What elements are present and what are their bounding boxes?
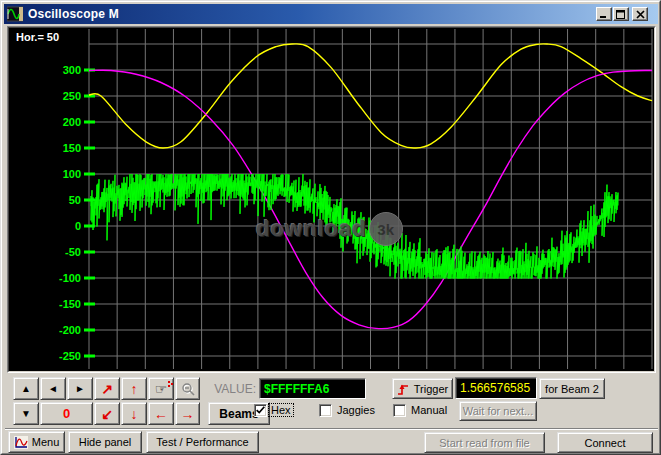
y-axis-tick [84,303,95,306]
value-label: VALUE: [205,382,256,396]
manual-checkbox[interactable] [393,404,406,417]
window-title: Oscilloscope M [28,7,119,21]
for-beam-2-button[interactable]: for Beam 2 [539,378,605,399]
pointing-hand-icon: ☞ [155,382,168,396]
maximize-button[interactable] [613,7,629,21]
connect-button[interactable]: Connect [557,432,653,453]
move-up-right-button[interactable]: ↗ [94,377,120,400]
y-axis-label: -250 [59,350,81,362]
y-axis-label: -200 [59,324,81,336]
left-triangle-icon: ◄ [48,384,58,394]
trigger-button-label: Trigger [414,383,448,395]
arrow-down-icon: ↓ [131,407,138,421]
y-axis-label: 0 [75,220,81,232]
menu-button-label: Menu [32,436,60,448]
minimize-icon [599,10,609,19]
y-axis-tick [84,173,95,176]
scope-panel: Hor.= 50 300250200150100500-50-100-150-2… [7,26,656,373]
y-axis-tick [84,251,95,254]
y-axis-tick [84,329,95,332]
move-right-button[interactable]: → [175,402,200,425]
watermark-badge: 3k [369,212,403,246]
y-axis-label: -150 [59,298,81,310]
wait-for-next-button[interactable]: Wait for next... [459,401,537,421]
checkmark-icon [255,405,266,416]
start-read-from-file-button[interactable]: Start read from file [424,432,545,453]
counter-value: 0 [63,406,70,421]
y-axis-tick [84,147,95,150]
y-axis-tick [84,121,95,124]
jaggies-checkbox[interactable] [319,404,332,417]
nudge-right-button[interactable]: ► [67,377,93,400]
nudge-up-button[interactable]: ▲ [13,377,39,400]
hint-dots-icon [168,381,170,383]
minimize-button[interactable] [596,7,612,21]
nudge-down-button[interactable]: ▼ [13,402,39,425]
y-axis-label: 200 [63,116,81,128]
horizontal-scale-label: Hor.= 50 [13,31,62,43]
y-axis-label: 300 [63,64,81,76]
arrow-sw-icon: ↙ [101,407,113,421]
y-axis-label: 100 [63,168,81,180]
y-axis-tick [84,277,95,280]
menu-button[interactable]: Menu [8,431,65,453]
nudge-left-button[interactable]: ◄ [40,377,66,400]
maximize-icon [616,10,626,19]
y-axis-label: 250 [63,90,81,102]
arrow-ne-icon: ↗ [101,382,113,396]
scope-plot: 300250200150100500-50-100-150-200-250 [9,28,654,371]
zoom-out-button[interactable] [175,377,200,400]
titlebar[interactable]: Oscilloscope M [4,4,658,24]
trigger-value-field[interactable]: 1.566576585 [455,377,537,399]
manual-checkbox-label[interactable]: Manual [409,404,449,416]
test-performance-button[interactable]: Test / Performance [146,431,259,453]
counter-display[interactable]: 0 [40,402,93,425]
y-axis-label: 150 [63,142,81,154]
hex-checkbox[interactable] [254,404,267,417]
y-axis-label: 50 [69,194,81,206]
move-down-left-button[interactable]: ↙ [94,402,120,425]
arrow-up-icon: ↑ [131,382,138,396]
move-down-button[interactable]: ↓ [121,402,147,425]
trigger-edge-icon [397,382,409,396]
y-axis-tick [84,355,95,358]
hide-panel-button[interactable]: Hide panel [68,431,142,453]
hex-checkbox-label[interactable]: Hex [269,404,293,416]
watermark: download 3k [256,212,403,246]
value-field[interactable]: $FFFFFFA6 [259,378,366,399]
zoom-out-icon [181,382,195,396]
right-triangle-icon: ► [75,384,85,394]
trigger-button[interactable]: Trigger [392,378,453,399]
jaggies-checkbox-label[interactable]: Jaggies [335,404,377,416]
menu-graph-icon [14,436,28,449]
app-icon [7,6,23,22]
down-triangle-icon: ▼ [21,409,31,419]
arrow-left-icon: ← [154,407,168,421]
move-left-button[interactable]: ← [148,402,174,425]
up-triangle-icon: ▲ [21,384,31,394]
close-button[interactable] [632,7,648,21]
watermark-text: download [256,216,367,242]
app-window: Oscilloscope M Hor.= 50 3002502001501005… [0,0,661,455]
arrow-right-icon: → [181,407,195,421]
y-axis-label: -50 [65,246,81,258]
close-icon [636,10,645,19]
y-axis-label: -100 [59,272,81,284]
hint-button[interactable]: ☞ [148,377,174,400]
move-up-button[interactable]: ↑ [121,377,147,400]
footer-divider [5,428,658,430]
scope-display: Hor.= 50 300250200150100500-50-100-150-2… [8,27,655,372]
